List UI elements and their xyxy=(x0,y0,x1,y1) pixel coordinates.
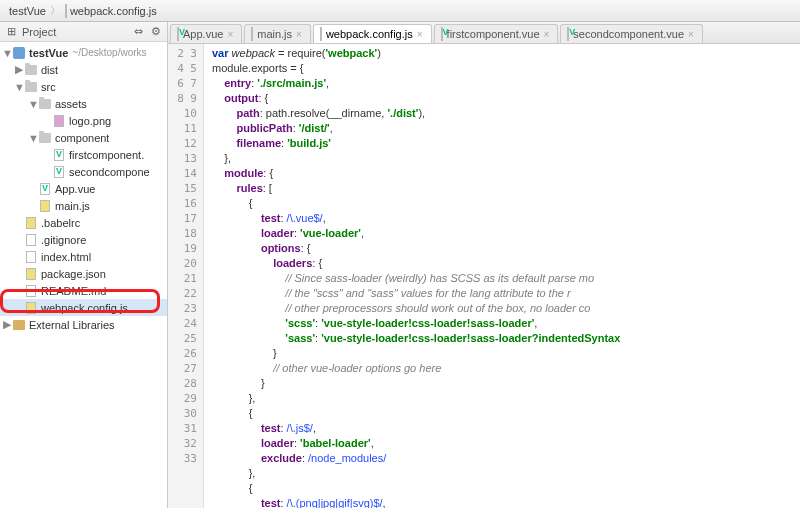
tree-file-webpack[interactable]: webpack.config.js xyxy=(0,299,167,316)
tree-root[interactable]: ▼testVue~/Desktop/works xyxy=(0,44,167,61)
line-gutter: 2 3 4 5 6 7 8 9 10 11 12 13 14 15 16 17 … xyxy=(168,44,204,508)
breadcrumb: testVue 〉 webpack.config.js xyxy=(0,0,800,22)
tab-main-js[interactable]: main.js× xyxy=(244,24,311,43)
collapse-icon[interactable]: ⇔ xyxy=(131,25,145,39)
tree-folder-dist[interactable]: ▶dist xyxy=(0,61,167,78)
code-content[interactable]: var webpack = require('webpack')module.e… xyxy=(204,44,800,508)
tree-file-firstcomp[interactable]: firstcomponent. xyxy=(0,146,167,163)
tree-folder-src[interactable]: ▼src xyxy=(0,78,167,95)
chevron-right-icon: 〉 xyxy=(50,3,61,18)
tree-file-babelrc[interactable]: .babelrc xyxy=(0,214,167,231)
sidebar-title: Project xyxy=(22,26,56,38)
sidebar-header: ⊞ Project ⇔ ⚙ xyxy=(0,22,167,42)
tab-webpack-config-js[interactable]: webpack.config.js× xyxy=(313,24,432,43)
tree-file-logo[interactable]: logo.png xyxy=(0,112,167,129)
tree-file-appvue[interactable]: App.vue xyxy=(0,180,167,197)
tab-App-vue[interactable]: App.vue× xyxy=(170,24,242,43)
project-sidebar: ⊞ Project ⇔ ⚙ ▼testVue~/Desktop/works ▶d… xyxy=(0,22,168,508)
tree-file-gitignore[interactable]: .gitignore xyxy=(0,231,167,248)
editor: App.vue×main.js×webpack.config.js×firstc… xyxy=(168,22,800,508)
tree-file-indexhtml[interactable]: index.html xyxy=(0,248,167,265)
breadcrumb-root[interactable]: testVue xyxy=(6,5,46,17)
editor-tabbar: App.vue×main.js×webpack.config.js×firstc… xyxy=(168,22,800,44)
close-icon[interactable]: × xyxy=(544,29,550,40)
tree-file-mainjs[interactable]: main.js xyxy=(0,197,167,214)
close-icon[interactable]: × xyxy=(417,29,423,40)
tree-file-readme[interactable]: README.md xyxy=(0,282,167,299)
close-icon[interactable]: × xyxy=(296,29,302,40)
tree-external-libs[interactable]: ▶External Libraries xyxy=(0,316,167,333)
close-icon[interactable]: × xyxy=(688,29,694,40)
tree-folder-assets[interactable]: ▼assets xyxy=(0,95,167,112)
project-dropdown-icon[interactable]: ⊞ xyxy=(4,25,18,39)
tree-file-packagejson[interactable]: package.json xyxy=(0,265,167,282)
breadcrumb-file[interactable]: webpack.config.js xyxy=(65,5,157,17)
tree-file-secondcomp[interactable]: secondcompone xyxy=(0,163,167,180)
tab-secondcomponent-vue[interactable]: secondcomponent.vue× xyxy=(560,24,703,43)
close-icon[interactable]: × xyxy=(227,29,233,40)
tab-firstcomponent-vue[interactable]: firstcomponent.vue× xyxy=(434,24,559,43)
file-tree: ▼testVue~/Desktop/works ▶dist ▼src ▼asse… xyxy=(0,42,167,508)
tree-folder-component[interactable]: ▼component xyxy=(0,129,167,146)
gear-icon[interactable]: ⚙ xyxy=(149,25,163,39)
